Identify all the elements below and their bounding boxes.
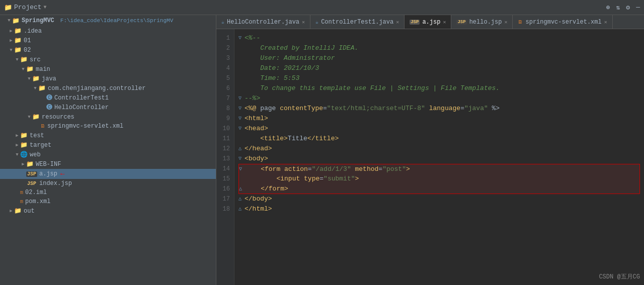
project-name: SpringMVC [22, 17, 54, 24]
code-line-12: △ </head> [238, 144, 640, 154]
code-line-1: ▽ <%-- [238, 33, 640, 43]
code-line-10: ▽ <head> [238, 124, 640, 134]
code-line-15: <input type = "submit" > [238, 174, 640, 184]
sidebar-item-src[interactable]: ▼ 📁 src [0, 55, 216, 64]
close-tab-icon[interactable]: ✕ [504, 19, 507, 25]
sidebar-item-pom[interactable]: m pom.xml [0, 197, 216, 206]
java-file-icon: 🅒 [46, 94, 52, 102]
code-line-9: ▽ <html> [238, 114, 640, 124]
folder-icon: 📁 [38, 84, 46, 92]
close-tab-icon[interactable]: ✕ [396, 19, 399, 25]
project-menu[interactable]: 📁 Project ▼ [4, 4, 47, 12]
project-folder-icon: 📁 [4, 4, 12, 12]
java-tab-icon: ☕ [221, 19, 224, 25]
folder-icon: 📁 [12, 17, 20, 25]
arrow-collapsed-icon: ▶ [8, 208, 14, 214]
folder-icon: 📁 [32, 113, 40, 121]
xml-tab-icon: 🗎 [518, 19, 523, 25]
sidebar-item-index-jsp[interactable]: JSP index.jsp [0, 179, 216, 188]
code-line-16: △ </form> [238, 184, 640, 194]
controllertest1-label: ControllerTest1 [54, 94, 109, 102]
sidebar-item-test[interactable]: ▶ 📁 test [0, 131, 216, 140]
gutter-arrow: ▽ [239, 164, 245, 174]
gutter-arrow: △ [239, 184, 245, 194]
hellocontroller-label: HelloController [54, 104, 109, 111]
gutter-arrow: △ [238, 144, 245, 154]
sidebar-item-java[interactable]: ▼ 📁 java [0, 74, 216, 83]
minimize-icon[interactable]: — [636, 4, 640, 12]
test-label: test [30, 132, 44, 139]
main-label: main [36, 66, 50, 73]
index-jsp-label: index.jsp [39, 180, 72, 187]
gutter-arrow: ▽ [238, 114, 245, 124]
iml-label: 02.iml [25, 189, 47, 196]
jsp-tab-icon: JSP [456, 20, 466, 25]
tab-label: a.jsp [422, 19, 440, 26]
arrow-collapsed-icon: ▶ [14, 142, 20, 148]
sidebar-item-springmvc-xml[interactable]: 🗎 springmvc-servlet.xml [0, 122, 216, 131]
toolbar-icons: ⊕ ⇅ ⚙ — [606, 4, 640, 12]
sort-icon[interactable]: ⇅ [616, 4, 620, 12]
tab-hello-jsp[interactable]: JSP hello.jsp ✕ [451, 15, 513, 29]
code-line-17: △ </body> [238, 194, 640, 204]
arrow-expanded-icon: ▼ [8, 48, 14, 53]
arrow-expanded-icon: ▼ [20, 67, 26, 72]
sidebar-item-controllertest1[interactable]: 🅒 ControllerTest1 [0, 93, 216, 103]
sidebar-item-02iml[interactable]: m 02.iml [0, 188, 216, 197]
code-line-13: ▽ <body> [238, 154, 640, 164]
sidebar-item-main[interactable]: ▼ 📁 main [0, 64, 216, 74]
arrow-icon: ▼ [6, 18, 12, 23]
arrow-annotation-icon: ← [60, 170, 64, 178]
sidebar-item-01[interactable]: ▶ 📁 01 [0, 36, 216, 45]
controller-pkg-label: com.chenjiangang.controller [48, 85, 145, 92]
sidebar-item-02[interactable]: ▼ 📁 02 [0, 45, 216, 55]
arrow-collapsed-icon: ▶ [20, 161, 26, 167]
watermark: CSDN @五月CG [599, 272, 640, 281]
jsp-file-icon: JSP [26, 181, 37, 186]
sidebar-item-controller-pkg[interactable]: ▼ 📁 com.chenjiangang.controller [0, 83, 216, 93]
folder-blue-icon: 📁 [32, 75, 40, 82]
tab-a-jsp[interactable]: JSP a.jsp ✕ [405, 15, 451, 29]
tab-hellocontroller[interactable]: ☕ HelloController.java ✕ [216, 15, 310, 29]
code-line-4: Date: 2021/10/3 [238, 63, 640, 73]
settings-icon[interactable]: ⚙ [626, 4, 630, 12]
close-tab-icon[interactable]: ✕ [302, 19, 305, 25]
gutter-arrow: ▽ [238, 33, 245, 43]
tabs-bar: ☕ HelloController.java ✕ ☕ ControllerTes… [216, 15, 644, 29]
code-line-6: To change this template use File | Setti… [238, 83, 640, 93]
folder-icon: 📁 [14, 27, 22, 35]
tab-controllertest1[interactable]: ☕ ControllerTest1.java ✕ [310, 15, 405, 29]
code-line-14: ▽ <form action = "/add/1/3" method = "po… [238, 164, 640, 174]
gutter-arrow: △ [238, 194, 245, 204]
sidebar-item-target[interactable]: ▶ 📁 target [0, 140, 216, 150]
folder-icon: 📁 [26, 65, 34, 73]
sidebar-item-resources[interactable]: ▼ 📁 resources [0, 112, 216, 122]
arrow-expanded-icon: ▼ [32, 86, 38, 91]
arrow-collapsed-icon: ▶ [8, 38, 14, 43]
pom-file-icon: m [20, 199, 23, 205]
jsp-tab-icon: JSP [410, 20, 420, 25]
tab-springmvc-xml[interactable]: 🗎 springmvc-servlet.xml ✕ [513, 15, 612, 29]
close-tab-icon[interactable]: ✕ [604, 19, 607, 25]
target-label: target [30, 142, 51, 149]
project-label: Project [14, 4, 42, 11]
sidebar-item-idea[interactable]: ▶ 📁 .idea [0, 26, 216, 36]
code-line-5: Time: 5:53 [238, 73, 640, 83]
sidebar-item-springmvc[interactable]: ▼ 📁 SpringMVC F:\idea_code\IdeaProjects\… [0, 15, 216, 26]
arrow-expanded-icon: ▼ [14, 152, 20, 157]
top-bar: 📁 Project ▼ ⊕ ⇅ ⚙ — [0, 0, 644, 15]
sidebar-item-out[interactable]: ▶ 📁 out [0, 206, 216, 216]
sidebar-item-webinf[interactable]: ▶ 📁 WEB-INF [0, 159, 216, 169]
close-tab-icon[interactable]: ✕ [443, 19, 446, 25]
folder-icon: 📁 [26, 160, 34, 168]
sidebar-item-hellocontroller[interactable]: 🅒 HelloController [0, 103, 216, 112]
folder-01-label: 01 [24, 37, 31, 44]
sidebar-item-web[interactable]: ▼ 🌐 web [0, 150, 216, 159]
sync-icon[interactable]: ⊕ [606, 4, 610, 12]
project-dropdown-icon: ▼ [44, 5, 47, 10]
arrow-expanded-icon: ▼ [14, 57, 20, 62]
gutter-arrow: △ [238, 204, 245, 214]
java-label: java [42, 75, 56, 82]
sidebar-item-a-jsp[interactable]: JSP a.jsp ← [0, 169, 216, 179]
code-editor[interactable]: 1 2 3 4 5 6 7 8 9 10 11 12 13 14 15 16 1… [216, 29, 644, 285]
